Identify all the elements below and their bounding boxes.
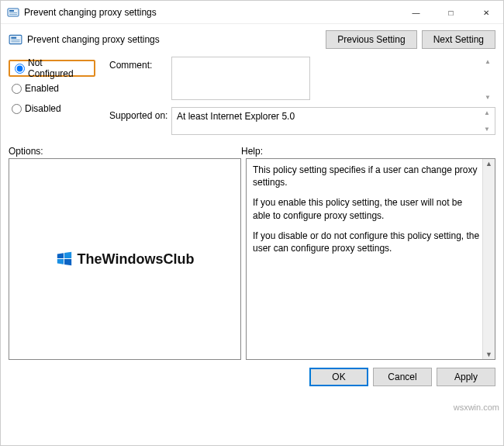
radio-not-configured-label: Not Configured	[28, 57, 89, 79]
comment-input[interactable]	[171, 57, 310, 100]
radio-enabled-input[interactable]	[12, 84, 22, 94]
help-text-2: If you enable this policy setting, the u…	[253, 196, 481, 221]
section-labels: Options: Help:	[1, 143, 503, 158]
radio-enabled-label: Enabled	[25, 83, 59, 94]
footer: OK Cancel Apply	[1, 360, 503, 392]
maximize-button[interactable]: □	[433, 1, 468, 24]
radio-disabled-label: Disabled	[25, 103, 61, 114]
supported-scroll-icon: ▲▼	[484, 109, 493, 133]
svg-marker-9	[64, 252, 71, 258]
svg-marker-11	[64, 259, 71, 265]
svg-rect-3	[9, 14, 17, 15]
svg-rect-2	[9, 12, 17, 13]
header: Prevent changing proxy settings Previous…	[1, 24, 503, 52]
radio-disabled[interactable]: Disabled	[9, 100, 109, 117]
help-panel: This policy setting specifies if a user …	[246, 158, 495, 360]
scroll-down-icon: ▼	[485, 350, 492, 359]
help-text-3: If you disable or do not configure this …	[253, 230, 481, 254]
comment-scroll-icon: ▲▼	[485, 58, 494, 101]
panels: TheWindowsClub This policy setting speci…	[1, 158, 503, 360]
policy-title: Prevent changing proxy settings	[27, 34, 160, 45]
windows-logo-icon	[56, 251, 73, 268]
title-bar: Prevent changing proxy settings — □ ✕	[1, 1, 503, 24]
options-brand-text: TheWindowsClub	[78, 251, 195, 268]
radio-enabled[interactable]: Enabled	[9, 80, 109, 97]
help-scrollbar[interactable]: ▲ ▼	[482, 159, 495, 359]
scroll-up-icon: ▲	[485, 159, 492, 168]
help-text-1: This policy setting specifies if a user …	[253, 164, 481, 188]
svg-marker-10	[57, 259, 63, 264]
apply-button[interactable]: Apply	[437, 368, 495, 386]
window-title: Prevent changing proxy settings	[24, 7, 399, 18]
minimize-button[interactable]: —	[399, 1, 433, 24]
config-area: Not Configured Enabled Disabled Comment:…	[1, 52, 503, 143]
window-controls: — □ ✕	[399, 1, 503, 23]
svg-marker-8	[57, 253, 63, 258]
svg-rect-6	[11, 40, 19, 40]
app-icon	[7, 6, 19, 19]
radio-not-configured[interactable]: Not Configured	[9, 60, 95, 77]
svg-rect-1	[9, 10, 14, 12]
supported-on-box: At least Internet Explorer 5.0 ▲▼	[171, 107, 495, 135]
previous-setting-button[interactable]: Previous Setting	[326, 30, 416, 49]
svg-rect-7	[11, 41, 19, 42]
ok-button[interactable]: OK	[309, 368, 368, 386]
options-panel: TheWindowsClub	[9, 158, 241, 360]
state-radios: Not Configured Enabled Disabled	[9, 57, 109, 140]
supported-on-value: At least Internet Explorer 5.0	[177, 111, 295, 122]
options-watermark: TheWindowsClub	[56, 251, 195, 268]
page-watermark: wsxwin.com	[454, 403, 499, 412]
radio-disabled-input[interactable]	[12, 104, 22, 114]
close-button[interactable]: ✕	[468, 1, 503, 24]
options-label: Options:	[9, 146, 241, 157]
cancel-button[interactable]: Cancel	[373, 368, 432, 386]
supported-label: Supported on:	[109, 107, 171, 135]
svg-rect-5	[11, 37, 16, 39]
policy-icon	[9, 33, 22, 47]
next-setting-button[interactable]: Next Setting	[422, 30, 495, 49]
help-label: Help:	[241, 146, 263, 157]
comment-label: Comment:	[109, 57, 171, 102]
radio-not-configured-input[interactable]	[15, 64, 25, 74]
